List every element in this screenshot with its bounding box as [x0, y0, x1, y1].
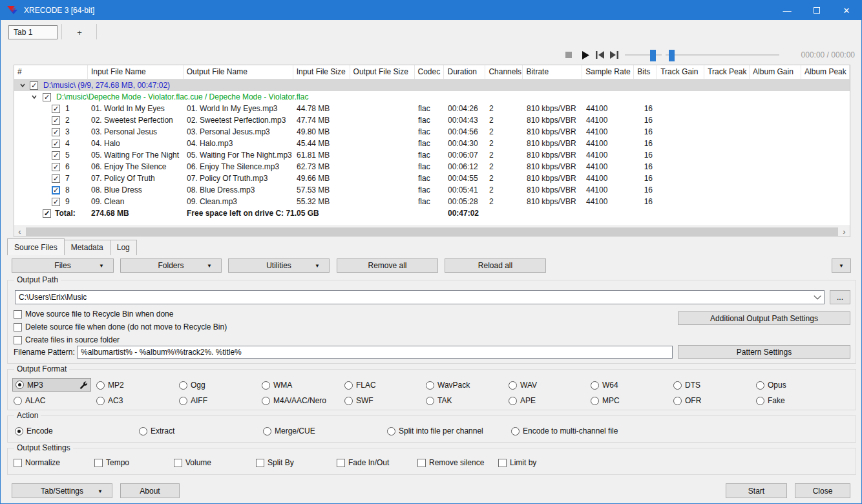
- format-dts-option[interactable]: DTS: [673, 381, 700, 390]
- delete-source-checkbox[interactable]: [14, 323, 22, 331]
- format-radio[interactable]: [426, 381, 434, 390]
- normalize-option[interactable]: Normalize: [14, 458, 60, 467]
- action-radio[interactable]: [387, 427, 395, 436]
- col-bits[interactable]: Bits: [634, 65, 657, 79]
- split-by-option[interactable]: Split By: [256, 458, 294, 467]
- limit-by-option[interactable]: Limit by: [498, 458, 536, 467]
- format-radio[interactable]: [14, 397, 22, 405]
- volume-slider-thumb[interactable]: [650, 50, 656, 61]
- reload-all-button[interactable]: Reload all: [445, 258, 546, 273]
- close-window-button[interactable]: ✕: [832, 1, 861, 20]
- row-checkbox[interactable]: [52, 105, 60, 113]
- action-multichannel-option[interactable]: Encode to multi-channel file: [511, 426, 618, 436]
- fade-in-out-option[interactable]: Fade In/Out: [337, 458, 389, 467]
- stop-button[interactable]: [563, 50, 574, 60]
- row-checkbox[interactable]: [52, 140, 60, 148]
- pattern-settings-button[interactable]: Pattern Settings: [678, 345, 850, 359]
- group-checkbox[interactable]: [43, 93, 51, 101]
- format-radio[interactable]: [673, 381, 682, 390]
- tab-source-files[interactable]: Source Files: [7, 238, 65, 255]
- table-row[interactable]: 3 03. Personal Jesus 03. Personal Jesus.…: [14, 126, 850, 138]
- format-m4a-option[interactable]: M4A/AAC/Nero: [262, 396, 326, 405]
- format-ape-option[interactable]: APE: [509, 396, 536, 405]
- additional-output-path-settings-button[interactable]: Additional Output Path Settings: [678, 311, 850, 325]
- action-merge-cue-option[interactable]: Merge/CUE: [263, 426, 315, 436]
- format-radio[interactable]: [673, 397, 682, 405]
- format-mpc-option[interactable]: MPC: [591, 396, 620, 405]
- format-radio[interactable]: [179, 381, 187, 390]
- scrollbar-thumb[interactable]: [26, 227, 838, 236]
- tempo-checkbox[interactable]: [94, 459, 103, 467]
- seek-slider-thumb[interactable]: [669, 50, 675, 61]
- remove-all-button[interactable]: Remove all: [337, 258, 438, 273]
- close-button[interactable]: Close: [795, 483, 850, 498]
- volume-checkbox[interactable]: [174, 459, 182, 467]
- table-row[interactable]: 1 01. World In My Eyes 01. World In My E…: [14, 103, 850, 114]
- format-opus-option[interactable]: Opus: [756, 381, 786, 390]
- row-checkbox[interactable]: [52, 116, 60, 125]
- col-sample-rate[interactable]: Sample Rate: [582, 65, 634, 79]
- delete-source-option[interactable]: Delete source file when done (do not mov…: [14, 322, 227, 331]
- filename-pattern-input[interactable]: [77, 346, 673, 359]
- previous-track-button[interactable]: [594, 50, 605, 60]
- format-radio[interactable]: [591, 397, 599, 405]
- format-ofr-option[interactable]: OFR: [673, 396, 701, 405]
- tab-1[interactable]: Tab 1: [8, 25, 58, 39]
- limit-by-checkbox[interactable]: [498, 459, 507, 467]
- action-split-per-channel-option[interactable]: Split into file per channel: [387, 426, 483, 436]
- scroll-left-icon[interactable]: ‹: [14, 226, 25, 237]
- seek-slider[interactable]: [666, 54, 779, 56]
- format-radio[interactable]: [509, 381, 517, 390]
- next-track-button[interactable]: [608, 50, 620, 60]
- remove-silence-option[interactable]: Remove silence: [417, 458, 484, 467]
- expand-arrow-icon[interactable]: [31, 94, 37, 100]
- normalize-checkbox[interactable]: [14, 459, 22, 467]
- row-checkbox[interactable]: [52, 198, 60, 206]
- format-mp2-option[interactable]: MP2: [96, 381, 124, 390]
- format-radio[interactable]: [96, 381, 105, 390]
- row-checkbox[interactable]: [52, 151, 60, 160]
- browse-output-path-button[interactable]: ...: [830, 290, 850, 304]
- col-channels[interactable]: Channels: [485, 65, 523, 79]
- format-radio[interactable]: [509, 397, 517, 405]
- format-alac-option[interactable]: ALAC: [14, 396, 45, 405]
- col-track-peak[interactable]: Track Peak: [704, 65, 750, 79]
- format-radio[interactable]: [344, 381, 353, 390]
- table-row[interactable]: 8 08. Blue Dress 08. Blue Dress.mp3 57.5…: [14, 184, 850, 196]
- action-radio[interactable]: [263, 427, 271, 436]
- format-wav-option[interactable]: WAV: [509, 381, 537, 390]
- col-output-name[interactable]: Output File Name: [184, 65, 293, 79]
- col-num[interactable]: #: [14, 65, 88, 79]
- group-row-cue[interactable]: D:\music\Depeche Mode - Violator.flac.cu…: [14, 91, 850, 103]
- start-button[interactable]: Start: [726, 483, 787, 498]
- folders-button[interactable]: Folders ▼: [120, 258, 222, 273]
- format-tak-option[interactable]: TAK: [426, 396, 452, 405]
- col-input-name[interactable]: Input File Name: [88, 65, 184, 79]
- format-wma-option[interactable]: WMA: [262, 381, 292, 390]
- row-checkbox[interactable]: [52, 128, 60, 136]
- output-path-combobox[interactable]: C:\Users\Erix\Music: [15, 290, 825, 304]
- remove-silence-checkbox[interactable]: [417, 459, 426, 467]
- tab-metadata[interactable]: Metadata: [65, 240, 110, 255]
- more-toolbar-button[interactable]: ▼: [832, 258, 851, 273]
- format-radio[interactable]: [756, 381, 764, 390]
- volume-slider[interactable]: [625, 54, 662, 56]
- format-wavpack-option[interactable]: WavPack: [426, 381, 470, 390]
- action-extract-option[interactable]: Extract: [139, 426, 174, 436]
- col-codec[interactable]: Codec: [415, 65, 445, 79]
- tempo-option[interactable]: Tempo: [94, 458, 129, 467]
- tab-settings-button[interactable]: Tab/Settings ▼: [12, 483, 112, 498]
- col-album-gain[interactable]: Album Gain: [750, 65, 801, 79]
- recycle-bin-option[interactable]: Move source file to Recycle Bin when don…: [14, 310, 173, 319]
- utilities-button[interactable]: Utilities ▼: [228, 258, 330, 273]
- format-w64-option[interactable]: W64: [591, 381, 618, 390]
- table-row[interactable]: 9 09. Clean 09. Clean.mp3 55.32 MB flac …: [14, 196, 850, 207]
- format-swf-option[interactable]: SWF: [344, 396, 373, 405]
- tab-log[interactable]: Log: [110, 240, 137, 255]
- format-radio[interactable]: [96, 397, 105, 405]
- about-button[interactable]: About: [120, 483, 180, 498]
- format-radio[interactable]: [262, 397, 270, 405]
- group-checkbox[interactable]: [30, 81, 38, 90]
- format-radio[interactable]: [344, 397, 353, 405]
- volume-option[interactable]: Volume: [174, 458, 211, 467]
